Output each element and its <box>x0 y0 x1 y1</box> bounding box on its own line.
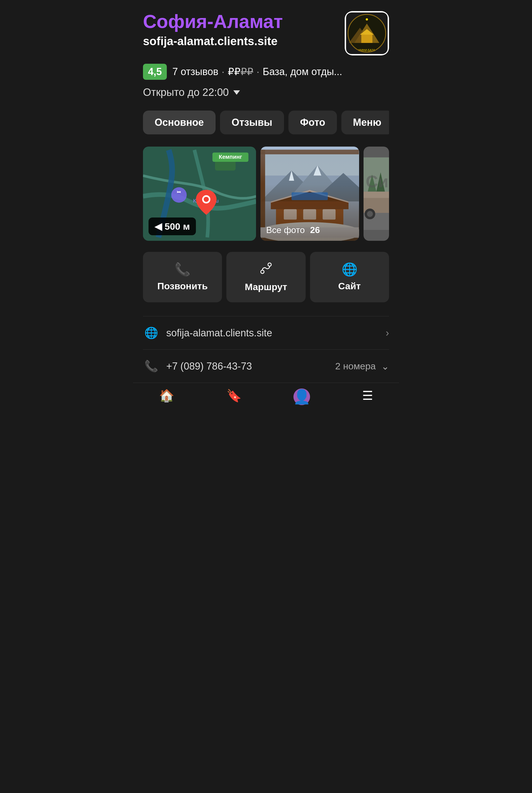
svg-marker-27 <box>271 190 348 201</box>
route-icon <box>260 262 272 278</box>
rating-section: 4,5 7 отзывов · ₽₽₽₽ · База, дом отды... <box>143 64 389 80</box>
phone-icon: 📞 <box>174 262 190 277</box>
svg-rect-39 <box>363 191 389 198</box>
svg-rect-33 <box>261 150 359 154</box>
phone-info-icon: 📞 <box>143 360 159 373</box>
svg-rect-30 <box>303 209 317 219</box>
route-label: Маршрут <box>245 282 287 292</box>
svg-rect-19 <box>261 150 359 175</box>
photo-winter-container[interactable]: Все фото 26 <box>261 147 359 241</box>
header-section: София-Аламат sofija-alamat.clients.site <box>143 11 389 55</box>
reviews-count: 7 отзывов <box>172 66 218 78</box>
images-section: Кемпинг 🛏 Konak Hou ◀ 500 м <box>143 147 389 241</box>
call-label: Позвонить <box>157 281 208 291</box>
photo-car-partial[interactable]: Си <box>363 147 389 241</box>
logo-container: МИНИ-БАЗА <box>345 11 389 55</box>
price-range: ₽₽₽₽ <box>228 66 253 78</box>
svg-rect-25 <box>276 207 344 228</box>
more-icon: ☰ <box>362 388 373 403</box>
svg-point-5 <box>366 18 368 20</box>
tab-osnovnoe[interactable]: Основное <box>143 111 215 134</box>
call-button[interactable]: 📞 Позвонить <box>143 252 222 302</box>
photo-count: 26 <box>310 225 320 235</box>
rating-info: 7 отзывов · ₽₽₽₽ · База, дом отды... <box>172 66 342 78</box>
bottom-nav-home[interactable]: 🏠 <box>159 388 174 405</box>
website-subtitle[interactable]: sofija-alamat.clients.site <box>143 35 339 48</box>
svg-marker-23 <box>289 170 294 181</box>
chevron-rooms-icon: ⌄ <box>381 361 389 372</box>
home-icon: 🏠 <box>159 388 174 403</box>
tab-otzyvy[interactable]: Отзывы <box>220 111 284 134</box>
website-url: sofija-alamat.clients.site <box>166 327 379 339</box>
price-normal: ₽₽ <box>228 66 241 77</box>
tab-foto[interactable]: Фото <box>288 111 337 134</box>
page-title: София-Аламат <box>143 11 339 32</box>
route-button[interactable]: Маршрут <box>226 252 305 302</box>
dot-sep-1: · <box>222 66 225 78</box>
all-photos-label: Все фото <box>266 225 305 235</box>
svg-rect-26 <box>271 201 348 209</box>
bookmark-icon: 🔖 <box>226 388 242 403</box>
bottom-nav-profile[interactable]: 👤 <box>293 388 310 405</box>
phone-number: +7 (089) 786-43-73 <box>166 361 329 372</box>
hours-label: Открыто до 22:00 <box>143 86 229 98</box>
dot-sep-2: · <box>256 66 259 78</box>
svg-rect-32 <box>261 150 265 238</box>
header-text: София-Аламат sofija-alamat.clients.site <box>143 11 339 48</box>
logo-svg: МИНИ-БАЗА <box>346 13 388 54</box>
bottom-nav: 🏠 🔖 👤 ☰ <box>133 383 399 413</box>
svg-text:Кемпинг: Кемпинг <box>218 154 242 160</box>
logo-image: МИНИ-БАЗА <box>346 13 388 54</box>
svg-rect-29 <box>284 209 297 219</box>
svg-point-41 <box>367 211 373 217</box>
tab-menu[interactable]: Меню <box>341 111 389 134</box>
globe-icon: 🌐 <box>342 262 358 277</box>
car-photo-svg: Си <box>363 147 389 241</box>
action-buttons: 📞 Позвонить Маршрут 🌐 Сайт <box>143 252 389 302</box>
website-label: Сайт <box>338 281 361 291</box>
svg-marker-24 <box>314 165 321 175</box>
map-distance-badge: ◀ 500 м <box>149 217 196 235</box>
distance-text: 500 м <box>165 221 190 232</box>
nav-tabs: Основное Отзывы Фото Меню <box>143 111 389 134</box>
rooms-info: 2 номера ⌄ <box>335 361 389 372</box>
profile-icon: 👤 <box>293 388 310 405</box>
website-row[interactable]: 🌐 sofija-alamat.clients.site › <box>143 316 389 350</box>
arrow-right-icon: › <box>386 327 389 339</box>
rating-badge: 4,5 <box>143 64 167 80</box>
category-text: База, дом отды... <box>263 66 342 78</box>
svg-point-17 <box>204 197 209 202</box>
svg-rect-31 <box>323 209 336 219</box>
svg-point-46 <box>261 270 264 273</box>
photo-overlay[interactable]: Все фото 26 <box>266 225 320 235</box>
hours-section[interactable]: Открыто до 22:00 <box>143 86 389 98</box>
svg-rect-36 <box>292 192 328 200</box>
svg-text:🛏: 🛏 <box>177 190 181 194</box>
svg-point-47 <box>268 263 271 266</box>
route-svg-icon <box>260 262 272 275</box>
svg-marker-22 <box>312 173 359 201</box>
map-thumbnail[interactable]: Кемпинг 🛏 Konak Hou ◀ 500 м <box>143 147 256 241</box>
website-globe-icon: 🌐 <box>143 326 159 340</box>
info-section: 🌐 sofija-alamat.clients.site › 📞 +7 (089… <box>143 316 389 383</box>
price-strikethrough: ₽₽ <box>241 66 253 77</box>
hours-text[interactable]: Открыто до 22:00 <box>143 86 389 98</box>
svg-marker-28 <box>271 190 348 203</box>
svg-rect-18 <box>261 150 359 238</box>
bottom-nav-bookmarks[interactable]: 🔖 <box>226 388 242 405</box>
chevron-down-icon[interactable] <box>233 90 240 95</box>
rooms-count: 2 номера <box>335 361 376 371</box>
navigation-icon: ◀ <box>155 221 162 232</box>
bottom-nav-more[interactable]: ☰ <box>362 388 373 405</box>
svg-rect-3 <box>361 35 373 43</box>
website-button[interactable]: 🌐 Сайт <box>310 252 389 302</box>
phone-info: +7 (089) 786-43-73 <box>166 361 329 372</box>
svg-marker-21 <box>286 165 348 201</box>
phone-row[interactable]: 📞 +7 (089) 786-43-73 2 номера ⌄ <box>143 350 389 383</box>
svg-marker-20 <box>261 170 323 201</box>
svg-text:Си: Си <box>365 172 388 191</box>
